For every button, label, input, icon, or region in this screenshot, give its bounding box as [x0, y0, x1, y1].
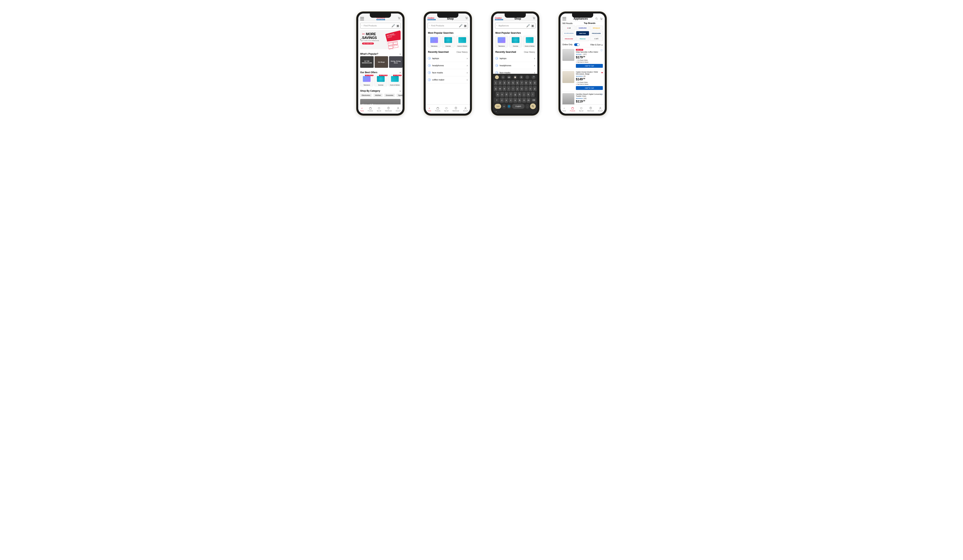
key[interactable]: w	[498, 86, 502, 91]
cat-chip[interactable]: Kitchen	[373, 94, 382, 97]
nav-home[interactable]: CHome	[428, 107, 431, 112]
key[interactable]: d	[504, 92, 509, 97]
scan-icon[interactable]: ▣	[464, 24, 467, 28]
nav-products[interactable]: Products	[368, 107, 373, 112]
key[interactable]: 3	[503, 80, 506, 85]
nav-products[interactable]: Products	[570, 107, 575, 112]
key[interactable]: 6	[516, 80, 519, 85]
key-lang[interactable]: 🌐	[507, 104, 511, 109]
key[interactable]: h	[518, 92, 522, 97]
recent-item[interactable]: laptops ›	[426, 55, 470, 62]
search-input[interactable]	[431, 24, 458, 27]
kb-more-icon[interactable]: ⋯	[525, 75, 529, 79]
brand-logo[interactable]: Costco WHOLESALE	[428, 17, 436, 20]
search-icon[interactable]	[595, 17, 598, 20]
nav-warehouse[interactable]: Warehouse	[385, 107, 392, 112]
add-to-cart-button[interactable]: Add To Cart	[576, 86, 603, 90]
key[interactable]: 1	[494, 80, 498, 85]
key[interactable]: 2	[498, 80, 502, 85]
product-card[interactable]: 30% OFF Ninja Specialty Coffee Maker ★★★…	[561, 47, 605, 69]
nav-warehouse[interactable]: Warehouse	[452, 107, 459, 112]
nav-warehouse[interactable]: Warehouse	[587, 107, 594, 112]
search-bar[interactable]: 🎤 ▣	[428, 23, 468, 29]
brand-chip[interactable]: Whirlpool	[590, 26, 603, 30]
kb-settings-icon[interactable]: ⚙	[519, 75, 523, 79]
popular-tile-exercise[interactable]: Exercise	[509, 36, 522, 47]
brand-chip[interactable]: Hisense	[576, 36, 589, 41]
key-space[interactable]: English	[512, 104, 525, 109]
key[interactable]: y	[516, 86, 519, 91]
key[interactable]: 0	[533, 80, 537, 85]
filter-sort[interactable]: Filter & Sort ⚌	[590, 44, 603, 46]
recent-item[interactable]: face masks ›	[493, 69, 537, 74]
kb-sticker-icon[interactable]: ☺	[501, 75, 505, 79]
nav-home[interactable]: CHome	[563, 107, 566, 112]
hero-cta[interactable]: SEE THEM HERE	[362, 42, 374, 44]
key[interactable]: k	[526, 92, 530, 97]
key[interactable]: j	[522, 92, 526, 97]
key[interactable]: f	[509, 92, 513, 97]
product-card[interactable]: Hamilton Beach Digital Convection Toaste…	[561, 91, 605, 104]
product-card[interactable]: Haden Dorset Modern 700W Microwave, Beig…	[561, 69, 605, 91]
key[interactable]: 5	[511, 80, 515, 85]
offer-tile-tv[interactable]: Up to 50% Off Televisions	[360, 75, 373, 86]
key[interactable]: q	[494, 86, 498, 91]
favorite-icon[interactable]: ♡	[600, 49, 603, 52]
brand-chip[interactable]: GE APPLIANCES	[563, 31, 575, 36]
search-input[interactable]	[498, 24, 525, 27]
mic-icon[interactable]: 🎤	[526, 24, 530, 28]
key[interactable]: 4	[507, 80, 511, 85]
scan-icon[interactable]: ▣	[396, 24, 399, 28]
cart-icon[interactable]	[397, 16, 400, 20]
kb-mic-icon[interactable]: 🎤	[532, 75, 535, 79]
best-offers-header[interactable]: Our Best Offers ›	[358, 69, 402, 75]
cat-chip[interactable]: Groceries	[384, 94, 395, 97]
favorite-icon[interactable]: ♡	[600, 93, 603, 96]
recent-item[interactable]: headphones ›	[493, 62, 537, 69]
key[interactable]: o	[529, 86, 532, 91]
key[interactable]: x	[504, 98, 508, 103]
offer-tile-home[interactable]: Up to 50% Off Home & Kitchen	[388, 75, 401, 86]
key[interactable]: i	[524, 86, 528, 91]
kb-collapse-icon[interactable]: ‹	[495, 75, 499, 79]
favorite-icon[interactable]: ♥	[601, 71, 603, 74]
nav-mylist[interactable]: My List	[377, 107, 381, 112]
key[interactable]: a	[496, 92, 499, 97]
key[interactable]: p	[533, 86, 537, 91]
nav-account[interactable]: Account	[396, 107, 400, 112]
popular-tile-home[interactable]: Home & Kitchen	[456, 36, 469, 47]
popular-tile-tv[interactable]: Televisions	[495, 36, 508, 47]
menu-icon[interactable]	[563, 17, 566, 20]
key[interactable]: g	[513, 92, 517, 97]
cat-chip[interactable]: Electronics	[360, 94, 372, 97]
key[interactable]: 8	[524, 80, 528, 85]
cat-chip[interactable]: Sports	[397, 94, 402, 97]
key-search[interactable]	[530, 104, 536, 109]
nav-home[interactable]: C Home	[360, 107, 364, 112]
nav-account[interactable]: Account	[598, 107, 603, 112]
key[interactable]: l	[531, 92, 535, 97]
key[interactable]: n	[522, 98, 526, 103]
search-input[interactable]	[364, 24, 390, 27]
key-numbers[interactable]: ?123	[494, 104, 501, 109]
key-shift[interactable]: ⇧	[494, 98, 499, 103]
key-emoji[interactable]: ☺	[502, 104, 506, 109]
offer-tile-exercise[interactable]: Up to 50% Off Exercise	[374, 75, 387, 86]
key-backspace[interactable]: ⌫	[531, 98, 537, 103]
online-only-toggle[interactable]: Online Only	[563, 43, 580, 46]
popular-tile-tv[interactable]: Televisions	[428, 36, 441, 47]
nav-products[interactable]: Products	[435, 107, 441, 112]
key-period[interactable]: .	[525, 104, 529, 109]
mic-icon[interactable]: 🎤	[391, 24, 395, 28]
recent-item[interactable]: laptops ›	[493, 55, 537, 62]
toggle-icon[interactable]	[574, 43, 580, 46]
key[interactable]: b	[518, 98, 522, 103]
brand-chip[interactable]: ● LG	[563, 26, 575, 30]
brand-chip[interactable]: KitchenAid	[563, 36, 575, 41]
shop-category-header[interactable]: Shop By Category ›	[358, 88, 402, 93]
cart-icon[interactable]	[465, 16, 468, 20]
clear-history[interactable]: Clear History	[456, 51, 468, 53]
wp-tile-going[interactable]: Going, Going, Gone	[389, 56, 402, 68]
kb-gif-icon[interactable]: GIF	[507, 75, 511, 79]
nav-mylist[interactable]: My List	[579, 107, 584, 112]
